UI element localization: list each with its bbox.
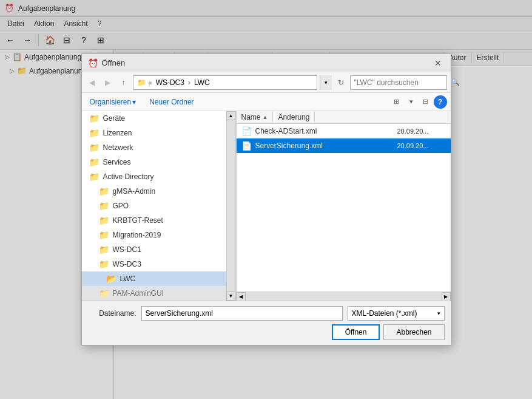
right-col-headers: Name ▲ Änderung bbox=[237, 111, 451, 124]
cancel-button[interactable]: Abbrechen bbox=[383, 324, 444, 340]
file-date-1: 20.09.20... bbox=[397, 128, 446, 135]
nav-bar: ◀ ▶ ↑ 📁 « WS-DC3 › LWC ▾ ↻ 🔍 bbox=[82, 72, 451, 93]
right-file-list: 📄 Check-ADStart.xml 20.09.20... 📄 Server… bbox=[237, 124, 451, 292]
folder-label-lizenzen: Lizenzen bbox=[103, 129, 132, 137]
folder-lizenzen[interactable]: 📁 Lizenzen bbox=[82, 126, 226, 140]
folder-wsdc3[interactable]: 📁 WS-DC3 bbox=[82, 257, 226, 271]
folder-label-services: Services bbox=[103, 158, 131, 166]
folder-icon-gerote: 📁 bbox=[89, 114, 99, 123]
filename-row: Dateiname: XML-Dateien (*.xml) ▾ bbox=[88, 306, 445, 321]
file-date-2: 20.09.20... bbox=[397, 142, 446, 149]
filetype-select[interactable]: XML-Dateien (*.xml) ▾ bbox=[348, 306, 445, 321]
folder-icon-ad: 📁 bbox=[89, 172, 99, 182]
folder-gmsa[interactable]: 📁 gMSA-Admin bbox=[82, 184, 226, 199]
nav-path-server: WS-DC3 bbox=[156, 78, 184, 87]
right-col-name[interactable]: Name ▲ bbox=[237, 111, 274, 123]
right-col-name-label: Name bbox=[241, 113, 261, 121]
folder-icon-wsdc3: 📁 bbox=[99, 259, 109, 269]
filetype-label: XML-Dateien (*.xml) bbox=[352, 309, 417, 318]
nav-path-sep: › bbox=[188, 78, 190, 87]
filename-input[interactable] bbox=[141, 306, 343, 321]
sort-asc-icon: ▲ bbox=[263, 114, 268, 120]
folder-icon-gmsa: 📁 bbox=[99, 186, 109, 196]
folder-active-directory[interactable]: 📁 Active Directory bbox=[82, 169, 226, 184]
folder-krbtgt[interactable]: 📁 KRBTGT-Reset bbox=[82, 213, 226, 228]
scroll-right-arrow[interactable]: ▶ bbox=[442, 292, 451, 301]
organize-button[interactable]: Organisieren ▾ bbox=[86, 96, 141, 108]
filename-label: Dateiname: bbox=[88, 309, 136, 318]
scroll-down-arrow[interactable]: ▼ bbox=[226, 292, 235, 301]
dialog-overlay: ⏰ Öffnen ✕ ◀ ▶ ↑ 📁 « WS-DC3 › LWC ▾ ↻ 🔍 bbox=[0, 0, 532, 399]
right-col-date-label: Änderung bbox=[278, 113, 309, 121]
file-icon-1: 📄 bbox=[241, 126, 252, 136]
right-scrollbar-h[interactable]: ◀ ▶ bbox=[237, 292, 451, 301]
search-icon: 🔍 bbox=[449, 78, 462, 86]
folder-label-migration: Migration-2019 bbox=[113, 231, 161, 239]
folder-label-gpo: GPO bbox=[113, 202, 129, 210]
dialog-title-bar: ⏰ Öffnen ✕ bbox=[82, 54, 451, 72]
folder-gpo[interactable]: 📁 GPO bbox=[82, 199, 226, 213]
folder-label-gmsa: gMSA-Admin bbox=[113, 187, 156, 196]
file-icon-2: 📄 bbox=[241, 141, 252, 151]
scroll-track-h[interactable] bbox=[246, 292, 442, 301]
folder-label-ad: Active Directory bbox=[103, 172, 154, 181]
right-panel: Name ▲ Änderung 📄 Check-ADStart.xml 20.0… bbox=[237, 111, 451, 301]
folder-icon-migration: 📁 bbox=[99, 230, 109, 240]
search-input[interactable] bbox=[351, 78, 449, 87]
file-name-2: ServerSicherung.xml bbox=[255, 142, 394, 150]
view-list-btn[interactable]: ⊞ bbox=[390, 95, 403, 109]
folder-lwc[interactable]: 📂 LWC bbox=[82, 271, 226, 286]
dialog-title: Öffnen bbox=[102, 58, 428, 67]
nav-search-box[interactable]: 🔍 bbox=[350, 75, 447, 90]
nav-refresh-btn[interactable]: ↻ bbox=[334, 76, 348, 89]
filetype-arrow: ▾ bbox=[437, 310, 440, 316]
nav-back-btn[interactable]: ◀ bbox=[86, 76, 99, 89]
folder-label-wsdc1: WS-DC1 bbox=[113, 245, 141, 254]
folder-netzwerk[interactable]: 📁 Netzwerk bbox=[82, 140, 226, 155]
open-button[interactable]: Öffnen bbox=[332, 324, 380, 340]
nav-forward-btn[interactable]: ▶ bbox=[101, 76, 115, 89]
organize-arrow: ▾ bbox=[132, 98, 136, 106]
folder-icon-krbtgt: 📁 bbox=[99, 216, 109, 225]
scroll-left-arrow[interactable]: ◀ bbox=[237, 292, 246, 301]
file-row-2[interactable]: 📄 ServerSicherung.xml 20.09.20... bbox=[237, 138, 451, 153]
folder-gerote[interactable]: 📁 Geräte bbox=[82, 111, 226, 126]
left-panel: 📁 Geräte 📁 Lizenzen 📁 Netzwerk 📁 Service… bbox=[82, 111, 227, 301]
folder-services[interactable]: 📁 Services bbox=[82, 155, 226, 169]
view-details-btn[interactable]: ▾ bbox=[405, 95, 418, 109]
new-folder-button[interactable]: Neuer Ordner bbox=[144, 96, 199, 108]
folder-icon-netzwerk: 📁 bbox=[89, 143, 99, 152]
help-button[interactable]: ? bbox=[434, 95, 447, 109]
nav-path-folder-name: LWC bbox=[194, 78, 210, 87]
folder-label-gerote: Geräte bbox=[103, 114, 126, 123]
dialog-bottom: Dateiname: XML-Dateien (*.xml) ▾ Öffnen … bbox=[82, 301, 451, 345]
nav-path-dropdown[interactable]: ▾ bbox=[320, 75, 332, 90]
view-panel-btn[interactable]: ⊟ bbox=[419, 95, 433, 109]
scroll-track[interactable] bbox=[227, 120, 235, 292]
folder-migration[interactable]: 📁 Migration-2019 bbox=[82, 228, 226, 242]
right-col-date[interactable]: Änderung bbox=[273, 111, 315, 123]
left-scrollbar[interactable]: ▲ ▼ bbox=[227, 111, 236, 301]
folder-pam[interactable]: 📁 PAM-AdminGUI bbox=[82, 286, 226, 301]
folder-icon-services: 📁 bbox=[89, 157, 99, 167]
folder-wsdc1[interactable]: 📁 WS-DC1 bbox=[82, 242, 226, 257]
dialog-buttons: Öffnen Abbrechen bbox=[88, 324, 445, 340]
nav-path[interactable]: 📁 « WS-DC3 › LWC bbox=[133, 75, 317, 90]
open-dialog: ⏰ Öffnen ✕ ◀ ▶ ↑ 📁 « WS-DC3 › LWC ▾ ↻ 🔍 bbox=[81, 53, 451, 346]
nav-path-arrows: « bbox=[149, 79, 152, 86]
dialog-close-button[interactable]: ✕ bbox=[431, 56, 445, 70]
nav-up-btn[interactable]: ↑ bbox=[117, 76, 130, 89]
folder-icon-lizenzen: 📁 bbox=[89, 128, 99, 138]
folder-label-lwc: LWC bbox=[120, 275, 136, 283]
view-buttons: ⊞ ▾ ⊟ ? bbox=[390, 95, 447, 109]
folder-icon-lwc: 📂 bbox=[106, 274, 116, 284]
file-row-1[interactable]: 📄 Check-ADStart.xml 20.09.20... bbox=[237, 124, 451, 138]
nav-path-folder-icon: 📁 bbox=[137, 78, 146, 87]
file-name-1: Check-ADStart.xml bbox=[255, 127, 394, 135]
folder-label-pam: PAM-AdminGUI bbox=[113, 289, 164, 298]
folder-label-wsdc3: WS-DC3 bbox=[113, 260, 141, 268]
folder-icon-pam: 📁 bbox=[99, 288, 109, 298]
folder-icon-wsdc1: 📁 bbox=[99, 245, 109, 254]
scroll-up-arrow[interactable]: ▲ bbox=[226, 111, 235, 120]
dialog-toolbar: Organisieren ▾ Neuer Ordner ⊞ ▾ ⊟ ? bbox=[82, 93, 451, 111]
